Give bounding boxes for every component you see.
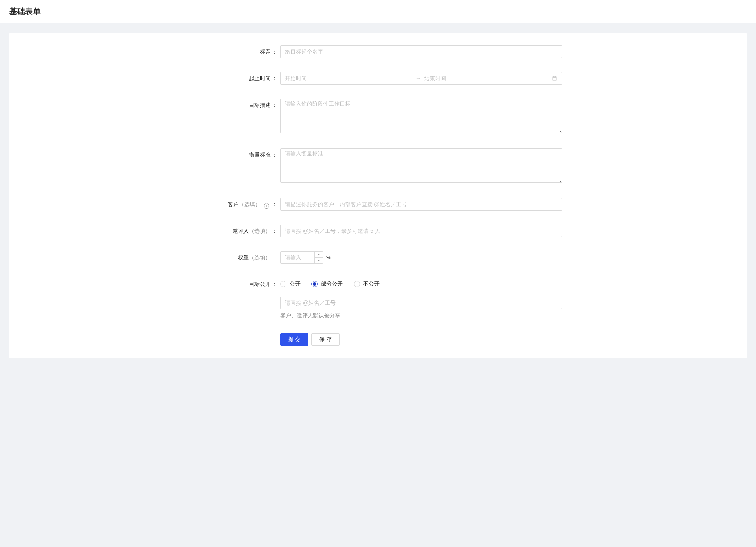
form-item-goal-desc: 目标描述： (190, 99, 566, 134)
publicity-label: 目标公开： (190, 278, 280, 290)
weight-label-text: 权重 (238, 254, 249, 261)
goal-desc-label-text: 目标描述 (249, 102, 271, 108)
client-input[interactable] (280, 198, 562, 211)
end-date-input[interactable] (424, 75, 552, 81)
radio-icon (280, 281, 286, 287)
form-item-weight: 权重（选填）： (190, 251, 566, 264)
standard-label-text: 衡量标准 (249, 151, 271, 158)
form-item-client: 客户（选填） i： (190, 198, 566, 211)
start-date-input[interactable] (285, 75, 412, 81)
colon: ： (272, 201, 277, 207)
weight-label: 权重（选填）： (190, 251, 280, 264)
client-label: 客户（选填） i： (190, 198, 280, 211)
reviewer-label-text: 邀评人 (232, 228, 249, 234)
page-header: 基础表单 (0, 0, 756, 23)
button-row: 提交 保存 (280, 333, 562, 346)
save-button[interactable]: 保存 (311, 333, 340, 346)
publicity-help-text: 客户、邀评人默认被分享 (280, 312, 562, 319)
colon: ： (272, 281, 277, 287)
form-card: 标题： 起止时间： → (9, 33, 747, 358)
radio-public-label: 公开 (290, 281, 301, 288)
info-icon[interactable]: i (264, 203, 269, 209)
colon: ： (272, 102, 277, 108)
page-title: 基础表单 (9, 6, 747, 17)
date-range-label: 起止时间： (190, 72, 280, 85)
submit-button[interactable]: 提交 (280, 333, 308, 346)
form-item-date-range: 起止时间： → (190, 72, 566, 85)
form-item-title: 标题： (190, 45, 566, 58)
form-item-standard: 衡量标准： (190, 148, 566, 184)
form-item-reviewer: 邀评人（选填）： (190, 225, 566, 237)
form-item-actions: 提交 保存 (190, 333, 566, 346)
form-item-publicity: 目标公开： 公开 部分公开 不公开 (190, 278, 566, 319)
colon: ： (272, 254, 277, 261)
radio-partial[interactable]: 部分公开 (311, 281, 343, 288)
weight-optional: （选填） (249, 254, 271, 261)
standard-textarea[interactable] (280, 148, 562, 183)
radio-icon (354, 281, 360, 287)
number-handlers (314, 252, 323, 263)
number-down-icon[interactable] (315, 258, 323, 264)
date-range-label-text: 起止时间 (249, 75, 271, 81)
colon: ： (272, 75, 277, 81)
publicity-label-text: 目标公开 (249, 281, 271, 287)
standard-label: 衡量标准： (190, 148, 280, 161)
client-label-text: 客户 (228, 201, 239, 207)
radio-partial-label: 部分公开 (321, 281, 343, 288)
content-wrapper: 标题： 起止时间： → (0, 23, 756, 368)
number-up-icon[interactable] (315, 252, 323, 258)
weight-suffix: % (326, 254, 331, 261)
colon: ： (272, 151, 277, 158)
title-label-text: 标题 (260, 49, 271, 55)
radio-private[interactable]: 不公开 (354, 281, 380, 288)
publicity-radio-group: 公开 部分公开 不公开 (280, 278, 562, 290)
client-optional: （选填） (239, 201, 261, 207)
radio-private-label: 不公开 (363, 281, 380, 288)
title-label: 标题： (190, 45, 280, 58)
calendar-icon (552, 76, 557, 81)
date-range-picker[interactable]: → (280, 72, 562, 85)
goal-desc-textarea[interactable] (280, 99, 562, 133)
share-target-input[interactable] (280, 297, 562, 309)
reviewer-optional: （选填） (249, 228, 271, 234)
colon: ： (272, 49, 277, 55)
basic-form: 标题： 起止时间： → (190, 45, 566, 346)
range-separator: → (412, 75, 424, 81)
radio-icon (311, 281, 318, 287)
colon: ： (272, 228, 277, 234)
title-input[interactable] (280, 45, 562, 58)
reviewer-label: 邀评人（选填）： (190, 225, 280, 237)
weight-input-number[interactable] (280, 251, 323, 264)
weight-input-wrap: % (280, 251, 331, 264)
radio-public[interactable]: 公开 (280, 281, 301, 288)
goal-desc-label: 目标描述： (190, 99, 280, 111)
reviewer-input[interactable] (280, 225, 562, 237)
